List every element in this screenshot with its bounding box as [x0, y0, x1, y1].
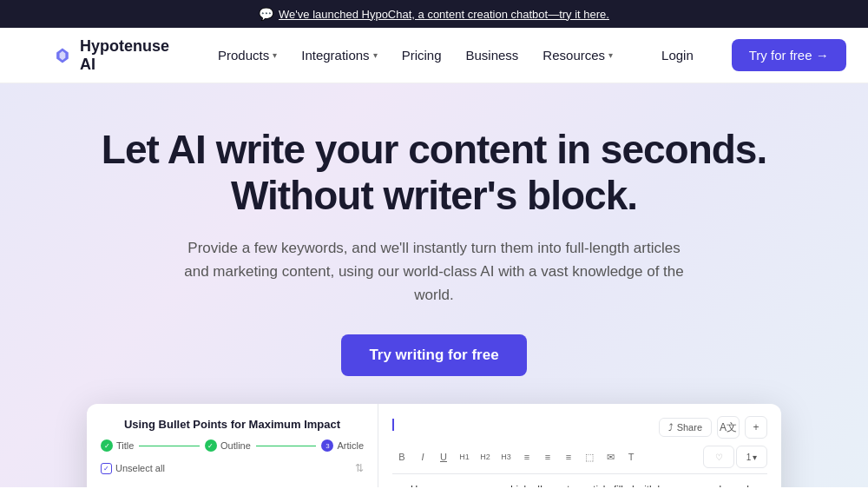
hero-title: Let AI write your content in seconds. Wi…: [52, 127, 816, 219]
translate-icon: A文: [720, 420, 737, 435]
cursor-line: [392, 419, 396, 431]
editor-toolbar-top: ⤴ Share A文 +: [392, 416, 767, 439]
heart-icon: ♡: [715, 453, 723, 462]
announcement-icon: 💬: [259, 7, 273, 21]
step-check-icon: ✓: [205, 439, 217, 452]
announcement-link[interactable]: We've launched HypoChat, a content creat…: [279, 8, 609, 21]
nav-links: Products ▾ Integrations ▾ Pricing Busine…: [207, 41, 623, 69]
table-button[interactable]: ⬚: [580, 447, 599, 466]
counter-button[interactable]: 1 ▾: [736, 446, 767, 468]
indent-button[interactable]: ≡: [559, 447, 578, 466]
preview-left-panel: Using Bullet Points for Maximum Impact ✓…: [87, 404, 378, 487]
editor-toolbar-format: B I U H1 H2 H3 ≡ ≡ ≡ ⬚ ✉ T ♡ 1 ▾: [392, 446, 767, 474]
article-title: Using Bullet Points for Maximum Impact: [101, 418, 364, 431]
checkbox-row: ✓ Unselect all ⇅: [101, 462, 364, 474]
nav-integrations[interactable]: Integrations ▾: [291, 41, 387, 69]
share-button[interactable]: ⤴ Share: [659, 418, 712, 437]
nav-resources[interactable]: Resources ▾: [532, 41, 623, 69]
announcement-bar: 💬 We've launched HypoChat, a content cre…: [0, 0, 868, 28]
progress-steps: ✓ Title ✓ Outline 3 Article: [101, 439, 364, 452]
logo-icon: [52, 43, 73, 68]
editor-content[interactable]: Have you ever seen a LinkedIn post or ar…: [392, 481, 767, 487]
step-num-icon: 3: [321, 439, 333, 452]
nav-pricing[interactable]: Pricing: [391, 41, 452, 69]
nav-login[interactable]: Login: [651, 41, 704, 69]
checkbox-icon: ✓: [101, 463, 112, 474]
chevron-down-icon: ▾: [273, 50, 277, 60]
bold-button[interactable]: B: [392, 447, 411, 466]
hero-subtitle: Provide a few keywords, and we'll instan…: [182, 236, 686, 307]
h2-button[interactable]: H2: [476, 447, 495, 466]
step-line: [256, 446, 317, 446]
unselect-all[interactable]: ✓ Unselect all: [101, 463, 165, 474]
step-article: 3 Article: [321, 439, 364, 452]
ordered-list-button[interactable]: ≡: [538, 447, 557, 466]
step-title: ✓ Title: [101, 439, 134, 452]
share-icon: ⤴: [668, 422, 674, 433]
nav-business[interactable]: Business: [455, 41, 529, 69]
step-outline: ✓ Outline: [205, 439, 251, 452]
step-line: [139, 446, 200, 446]
nav-cta-button[interactable]: Try for free →: [732, 39, 846, 71]
add-button[interactable]: +: [745, 416, 767, 439]
hero-section: Let AI write your content in seconds. Wi…: [0, 83, 868, 487]
logo-text: Hypotenuse AI: [80, 37, 173, 74]
navbar: Hypotenuse AI Products ▾ Integrations ▾ …: [0, 28, 868, 83]
heart-button[interactable]: ♡: [703, 446, 734, 468]
underline-button[interactable]: U: [434, 447, 453, 466]
step-check-icon: ✓: [101, 439, 113, 452]
plus-icon: +: [753, 421, 759, 433]
logo[interactable]: Hypotenuse AI: [52, 37, 173, 74]
preview-right-panel: ⤴ Share A文 + B I U H1 H2 H3 ≡: [378, 404, 781, 487]
nav-products[interactable]: Products ▾: [207, 41, 287, 69]
italic-button[interactable]: I: [413, 447, 432, 466]
chevron-down-icon: ▾: [608, 50, 613, 60]
chevron-down-icon: ▾: [753, 453, 757, 462]
translate-button[interactable]: A文: [717, 416, 740, 439]
hero-cta-button[interactable]: Try writing for free: [341, 334, 526, 376]
chevron-down-icon: ▾: [373, 50, 378, 60]
image-button[interactable]: ✉: [601, 447, 620, 466]
list-button[interactable]: ≡: [517, 447, 536, 466]
h1-button[interactable]: H1: [455, 447, 474, 466]
text-cursor: [392, 419, 394, 431]
h3-button[interactable]: H3: [496, 447, 516, 466]
preview-card: Using Bullet Points for Maximum Impact ✓…: [87, 404, 781, 487]
toolbar-right: ⤴ Share A文 +: [659, 416, 767, 439]
text-style-button[interactable]: T: [621, 447, 641, 466]
